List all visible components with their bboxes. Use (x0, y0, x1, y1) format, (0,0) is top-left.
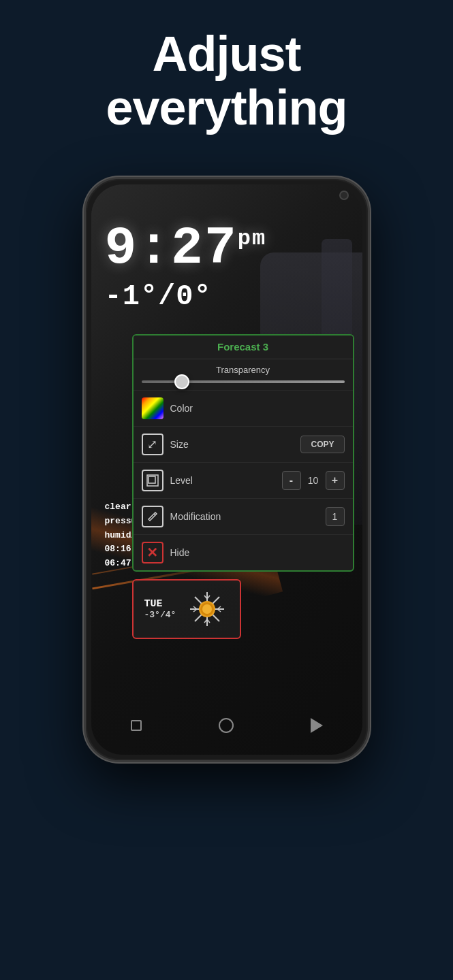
screen-top-bar (91, 184, 362, 206)
forecast-widget[interactable]: TUE -3°/4° (132, 579, 241, 639)
size-label: Size (170, 439, 294, 450)
slider-thumb[interactable] (174, 374, 189, 389)
nav-home-button[interactable] (217, 716, 236, 735)
nav-circle-icon (219, 718, 234, 733)
forecast-day: TUE (144, 598, 176, 610)
svg-rect-1 (149, 476, 155, 483)
copy-button[interactable]: COPY (300, 436, 344, 453)
nav-square-button[interactable] (127, 716, 146, 735)
popup-menu: Forecast 3 Transparency Color (132, 334, 354, 572)
nav-bar (91, 708, 362, 742)
modification-label: Modification (170, 511, 319, 522)
page-background: Adjust everything (0, 0, 453, 980)
clock-temperature: -1°/0° (105, 280, 267, 313)
clock-area: 9:27pm -1°/0° (105, 222, 267, 313)
nav-back-button[interactable] (307, 716, 326, 735)
transparency-section: Transparency (134, 359, 353, 391)
headline-line2: everything (0, 81, 453, 135)
color-row[interactable]: Color (134, 391, 353, 427)
level-icon (142, 470, 163, 491)
modification-row[interactable]: Modification 1 (134, 499, 353, 535)
modification-value-box: 1 (326, 507, 345, 526)
rainbow-icon (142, 397, 163, 419)
level-label: Level (170, 475, 275, 486)
svg-point-16 (202, 604, 212, 614)
level-controls: - 10 + (282, 471, 345, 490)
hide-icon: ✕ (142, 542, 163, 564)
forecast-temp: -3°/4° (144, 610, 176, 620)
sun-snow-icon (187, 589, 228, 630)
modification-icon (142, 506, 163, 527)
level-value: 10 (307, 475, 320, 486)
phone-frame: 9:27pm -1°/0° clear sky pressure: 7 humi… (84, 177, 370, 762)
clock-digits: 9:27 (105, 218, 238, 278)
headline: Adjust everything (0, 0, 453, 135)
transparency-label: Transparency (142, 365, 345, 375)
size-row[interactable]: Size COPY (134, 427, 353, 463)
headline-line1: Adjust (0, 27, 453, 81)
nav-triangle-icon (311, 718, 323, 733)
clock-time-display: 9:27pm (105, 222, 267, 275)
popup-title: Forecast 3 (217, 341, 268, 353)
hide-row[interactable]: ✕ Hide (134, 535, 353, 570)
svg-line-2 (154, 514, 155, 515)
color-label: Color (170, 403, 345, 414)
nav-square-icon (131, 720, 142, 731)
popup-header: Forecast 3 (134, 336, 353, 359)
hide-label: Hide (170, 547, 345, 558)
camera-circle (339, 191, 349, 200)
level-row: Level - 10 + (134, 463, 353, 499)
size-icon (142, 434, 163, 455)
slider-track[interactable] (142, 380, 345, 383)
phone-screen: 9:27pm -1°/0° clear sky pressure: 7 humi… (91, 184, 362, 755)
clock-period: pm (238, 226, 266, 251)
phone-wrapper: 9:27pm -1°/0° clear sky pressure: 7 humi… (84, 177, 370, 762)
forecast-text-area: TUE -3°/4° (144, 598, 176, 620)
level-plus-button[interactable]: + (326, 471, 345, 490)
level-minus-button[interactable]: - (282, 471, 301, 490)
modification-value: 1 (332, 511, 338, 522)
